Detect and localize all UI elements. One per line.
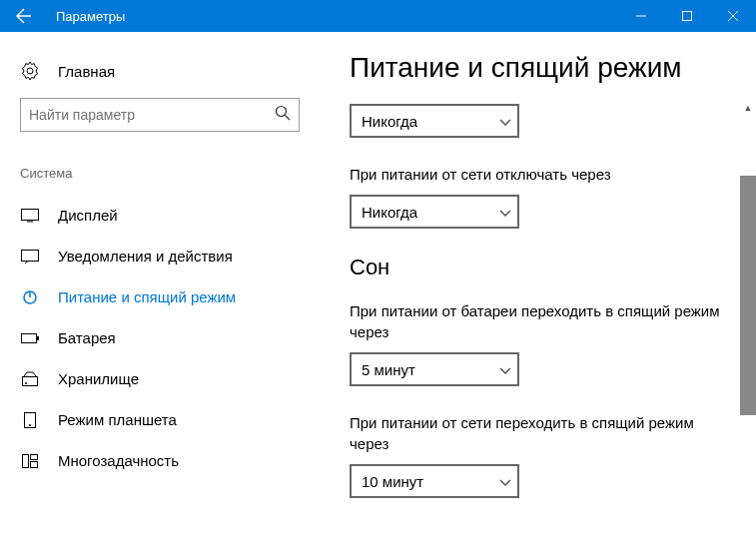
arrow-left-icon [16,8,32,24]
page-title: Питание и спящий режим [350,52,726,84]
svg-rect-2 [22,209,39,220]
chevron-down-icon [499,113,511,130]
svg-rect-7 [23,376,38,385]
dropdown-value: 10 минут [362,473,423,490]
power-icon [20,289,40,305]
sidebar-item-label: Батарея [58,329,116,346]
gear-icon [20,62,40,80]
sidebar-item-label: Режим планшета [58,411,177,428]
sidebar-item-power[interactable]: Питание и спящий режим [20,276,330,317]
search-box[interactable] [20,98,300,132]
svg-rect-13 [31,461,38,467]
sleep-battery-label: При питании от батареи переходить в спящ… [350,300,726,342]
sidebar-item-display[interactable]: Дисплей [20,195,330,236]
scrollbar-thumb[interactable] [740,176,756,415]
screen-off-plugged-label: При питании от сети отключать через [350,164,726,185]
sidebar-item-storage[interactable]: Хранилище [20,358,330,399]
home-label: Главная [58,63,115,80]
svg-rect-3 [22,250,39,261]
window-title: Параметры [56,9,618,24]
svg-rect-0 [683,12,692,21]
scrollbar[interactable]: ▲ [740,100,756,537]
maximize-button[interactable] [664,0,710,32]
sidebar-item-notifications[interactable]: Уведомления и действия [20,236,330,276]
titlebar: Параметры [0,0,756,32]
sidebar-item-tablet[interactable]: Режим планшета [20,399,330,440]
screen-off-plugged-dropdown[interactable]: Никогда [350,195,519,229]
sleep-battery-dropdown[interactable]: 5 минут [350,352,519,386]
scroll-up-icon[interactable]: ▲ [740,100,756,116]
svg-rect-5 [22,333,37,342]
battery-icon [20,332,40,344]
svg-rect-6 [37,336,39,340]
sidebar: Главная Система Дисплей Уведомления и де… [0,32,330,537]
sidebar-item-label: Питание и спящий режим [58,288,236,305]
sleep-heading: Сон [350,255,726,280]
search-icon [275,105,291,125]
window-controls [618,0,756,32]
sleep-plugged-label: При питании от сети переходить в спящий … [350,412,726,454]
chevron-down-icon [499,361,511,378]
multitask-icon [20,454,40,468]
storage-icon [20,371,40,387]
minimize-button[interactable] [618,0,664,32]
sidebar-item-multitask[interactable]: Многозадачность [20,440,330,481]
svg-rect-11 [23,454,29,467]
svg-point-8 [25,382,27,384]
screen-off-battery-dropdown[interactable]: Никогда [350,104,519,138]
category-label: Система [20,166,330,181]
close-button[interactable] [710,0,756,32]
dropdown-value: Никогда [362,204,417,221]
sleep-plugged-dropdown[interactable]: 10 минут [350,464,519,498]
notifications-icon [20,250,40,264]
chevron-down-icon [499,473,511,490]
dropdown-value: 5 минут [362,361,415,378]
content-area: Главная Система Дисплей Уведомления и де… [0,32,756,537]
svg-point-10 [29,424,31,426]
svg-point-1 [277,107,287,117]
sidebar-item-label: Дисплей [58,207,118,224]
home-link[interactable]: Главная [20,52,330,98]
main-panel: Питание и спящий режим Никогда При питан… [330,32,756,537]
minimize-icon [636,11,646,21]
sidebar-item-battery[interactable]: Батарея [20,317,330,358]
back-button[interactable] [0,0,48,32]
display-icon [20,209,40,223]
search-input[interactable] [29,107,275,123]
sidebar-item-label: Многозадачность [58,452,179,469]
maximize-icon [682,11,692,21]
chevron-down-icon [499,204,511,221]
sidebar-item-label: Уведомления и действия [58,248,233,265]
sidebar-item-label: Хранилище [58,370,139,387]
close-icon [728,11,738,21]
svg-rect-12 [31,454,38,459]
dropdown-value: Никогда [362,113,417,130]
tablet-icon [20,412,40,428]
